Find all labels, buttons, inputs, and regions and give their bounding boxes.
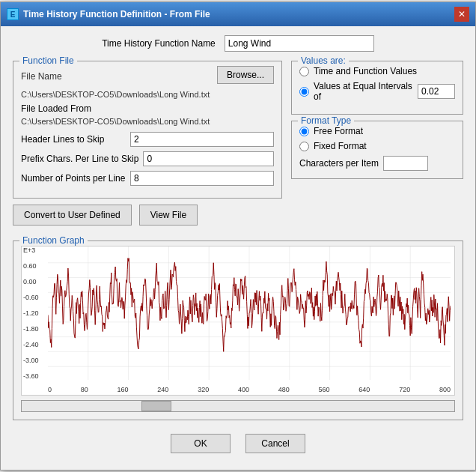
x-label-6: 480 xyxy=(278,386,290,393)
header-lines-row: Header Lines to Skip xyxy=(21,132,274,147)
x-label-10: 800 xyxy=(439,386,451,393)
values-are-title: Values are: xyxy=(298,55,349,66)
ok-button[interactable]: OK xyxy=(171,434,231,453)
prefix-chars-row: Prefix Chars. Per Line to Skip xyxy=(21,151,274,166)
prefix-chars-label: Prefix Chars. Per Line to Skip xyxy=(21,154,138,164)
window-title: Time History Function Definition - From … xyxy=(23,9,210,19)
graph-container: E+3 0.60 0.00 -0.60 -1.20 -1.80 -2.40 -3… xyxy=(21,246,455,396)
title-bar-left: E Time History Function Definition - Fro… xyxy=(7,8,210,20)
x-label-0: 0 xyxy=(48,386,52,393)
y-label-4: -1.20 xyxy=(23,309,46,317)
fixed-format-row: Fixed Format xyxy=(299,141,455,151)
values-are-group: Values are: Time and Function Values Val… xyxy=(291,61,463,115)
cancel-button[interactable]: Cancel xyxy=(245,434,305,453)
x-label-4: 320 xyxy=(198,386,209,393)
x-label-1: 80 xyxy=(81,386,88,393)
y-label-0: E+3 xyxy=(23,246,46,254)
bottom-buttons: OK Cancel xyxy=(13,428,463,461)
title-bar: E Time History Function Definition - Fro… xyxy=(1,2,475,26)
chars-per-item-row: Characters per Item xyxy=(299,156,455,171)
header-lines-label: Header Lines to Skip xyxy=(21,134,126,145)
file-loaded-value: C:\Users\DESKTOP-CO5\Downloads\Long Wind… xyxy=(21,115,274,127)
y-label-2: 0.00 xyxy=(23,278,46,285)
graph-title: Function Graph xyxy=(19,235,88,246)
x-label-8: 640 xyxy=(358,386,370,393)
interval-input[interactable] xyxy=(418,84,455,99)
scrollbar-thumb[interactable] xyxy=(141,401,171,411)
chars-per-item-input[interactable] xyxy=(383,156,428,171)
function-file-group: Function File File Name Browse... C:\Use… xyxy=(13,61,282,199)
x-label-5: 400 xyxy=(238,386,249,393)
x-label-7: 560 xyxy=(319,386,330,393)
time-function-radio[interactable] xyxy=(299,67,309,76)
format-type-title: Format Type xyxy=(298,115,354,126)
free-format-radio[interactable] xyxy=(299,127,309,136)
close-button[interactable]: ✕ xyxy=(454,7,469,22)
file-name-row: File Name Browse... xyxy=(21,66,274,87)
x-label-9: 720 xyxy=(399,386,410,393)
function-name-label: Time History Function Name xyxy=(102,38,216,49)
y-label-6: -2.40 xyxy=(23,341,46,348)
view-file-button[interactable]: View File xyxy=(139,205,198,226)
y-label-8: -3.60 xyxy=(23,372,46,380)
graph-section: Function Graph E+3 0.60 0.00 -0.60 -1.20… xyxy=(13,240,463,420)
function-name-row: Time History Function Name xyxy=(13,35,463,52)
scrollbar-track[interactable] xyxy=(21,400,455,412)
file-loaded-label: File Loaded From xyxy=(21,103,274,114)
free-format-row: Free Format xyxy=(299,126,455,136)
x-label-3: 240 xyxy=(157,386,168,393)
points-per-line-label: Number of Points per Line xyxy=(21,173,126,184)
header-lines-input[interactable] xyxy=(130,132,274,147)
x-label-2: 160 xyxy=(118,386,129,393)
function-file-title: Function File xyxy=(19,55,77,66)
action-row: Convert to User Defined View File xyxy=(13,205,282,226)
file-name-label: File Name xyxy=(21,71,62,82)
points-per-line-row: Number of Points per Line xyxy=(21,171,274,186)
y-label-1: 0.60 xyxy=(23,262,46,270)
left-panel: Function File File Name Browse... C:\Use… xyxy=(13,61,282,233)
x-axis-labels: 0 80 160 240 320 400 480 560 640 720 800 xyxy=(48,386,451,393)
y-label-3: -0.60 xyxy=(23,294,46,301)
y-label-7: -3.00 xyxy=(23,357,46,364)
main-window: E Time History Function Definition - Fro… xyxy=(0,1,476,471)
format-type-group: Format Type Free Format Fixed Format Cha… xyxy=(291,121,463,179)
convert-button[interactable]: Convert to User Defined xyxy=(13,205,132,226)
window-icon: E xyxy=(7,8,19,20)
y-label-5: -1.80 xyxy=(23,325,46,333)
time-function-label: Time and Function Values xyxy=(314,66,417,76)
points-per-line-input[interactable] xyxy=(130,171,274,186)
fixed-format-radio[interactable] xyxy=(299,142,309,151)
right-panel: Values are: Time and Function Values Val… xyxy=(291,61,463,233)
fixed-format-label: Fixed Format xyxy=(314,141,367,151)
browse-button[interactable]: Browse... xyxy=(217,66,274,84)
chars-per-item-label: Characters per Item xyxy=(299,158,379,169)
main-row: Function File File Name Browse... C:\Use… xyxy=(13,61,463,233)
content-area: Time History Function Name Function File… xyxy=(1,26,475,470)
file-name-value: C:\Users\DESKTOP-CO5\Downloads\Long Wind… xyxy=(21,88,274,100)
equal-intervals-row: Values at Equal Intervals of xyxy=(299,81,455,102)
y-axis-labels: E+3 0.60 0.00 -0.60 -1.20 -1.80 -2.40 -3… xyxy=(23,246,46,380)
graph-scrollbar[interactable] xyxy=(21,400,455,412)
prefix-chars-input[interactable] xyxy=(143,151,274,166)
free-format-label: Free Format xyxy=(314,126,363,136)
equal-intervals-label: Values at Equal Intervals of xyxy=(314,81,413,102)
equal-intervals-radio[interactable] xyxy=(299,87,309,97)
function-name-input[interactable] xyxy=(225,35,374,52)
graph-svg xyxy=(48,246,451,380)
time-function-values-row: Time and Function Values xyxy=(299,66,455,76)
graph-svg-wrap xyxy=(48,246,451,380)
